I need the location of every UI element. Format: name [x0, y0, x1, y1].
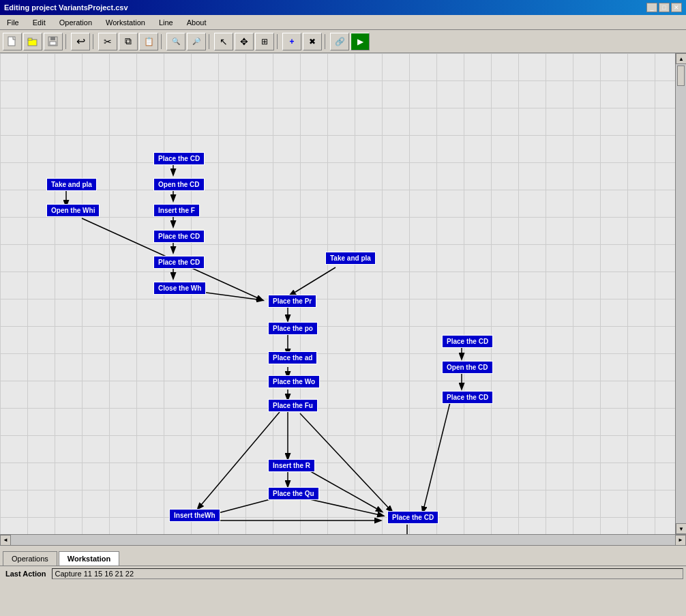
svg-rect-2	[28, 38, 32, 40]
select-button[interactable]: ↖	[214, 33, 233, 50]
node-place-cd-right-1[interactable]: Place the CD	[442, 335, 493, 348]
status-value: Capture 11 15 16 21 22	[52, 568, 684, 579]
status-label: Last Action	[3, 570, 49, 578]
node-place-pr[interactable]: Place the Pr	[268, 295, 316, 308]
scrollbar-horizontal[interactable]: ◄ ►	[0, 534, 686, 545]
move-button[interactable]: ✥	[235, 33, 254, 50]
paste-button[interactable]: 📋	[139, 33, 158, 50]
title-bar: Editing project VariantsProject.csv _ □ …	[0, 0, 686, 15]
separator-5	[277, 34, 280, 49]
cut-button[interactable]: ✂	[98, 33, 117, 50]
canvas-area[interactable]: Place the CD Open the CD Insert the F Pl…	[0, 53, 675, 534]
node-place-cd-1[interactable]: Place the CD	[153, 152, 205, 165]
menu-workstation[interactable]: Workstation	[102, 17, 149, 28]
node-insert-f[interactable]: Insert the F	[153, 204, 200, 217]
minimize-button[interactable]: _	[646, 3, 657, 12]
close-button[interactable]: ✕	[671, 3, 682, 12]
zoom-in-button[interactable]: 🔍	[166, 33, 185, 50]
separator-4	[209, 34, 211, 49]
node-open-cd-right[interactable]: Open the CD	[442, 361, 493, 374]
toolbar: ↩ ✂ ⧉ 📋 🔍 🔎 ↖ ✥ ⊞ + ✖ 🔗 ▶	[0, 30, 686, 53]
menu-about[interactable]: About	[183, 17, 211, 28]
run-button[interactable]: ▶	[351, 33, 370, 50]
save-button[interactable]	[44, 33, 63, 50]
scroll-right-button[interactable]: ►	[675, 535, 686, 546]
link-button[interactable]: 🔗	[330, 33, 349, 50]
separator-6	[325, 34, 327, 49]
status-bar: Last Action Capture 11 15 16 21 22	[0, 566, 686, 581]
scrollbar-v-thumb[interactable]	[677, 65, 685, 86]
node-close-wh[interactable]: Close the Wh	[153, 282, 206, 295]
tab-workstation[interactable]: Workstation	[59, 551, 119, 566]
node-place-qu[interactable]: Place the Qu	[268, 487, 319, 500]
node-insert-wh[interactable]: Insert theWh	[169, 509, 220, 522]
scrollbar-vertical[interactable]: ▲ ▼	[675, 53, 686, 534]
separator-3	[161, 34, 164, 49]
node-take-pla-2[interactable]: Take and pla	[325, 252, 376, 265]
node-open-whi[interactable]: Open the Whi	[46, 204, 100, 217]
node-place-cd-2[interactable]: Place the CD	[153, 230, 205, 243]
delete-node-button[interactable]: ✖	[303, 33, 322, 50]
copy-button[interactable]: ⧉	[119, 33, 138, 50]
node-place-wo[interactable]: Place the Wo	[268, 375, 320, 388]
add-node-button[interactable]: +	[282, 33, 301, 50]
title-bar-buttons: _ □ ✕	[646, 3, 682, 12]
separator-2	[93, 34, 95, 49]
tab-bar: Operations Workstation	[0, 545, 686, 566]
scrollbar-h-track[interactable]	[11, 535, 675, 545]
maximize-button[interactable]: □	[659, 3, 670, 12]
node-place-cd-right-2[interactable]: Place the CD	[442, 391, 493, 404]
scroll-down-button[interactable]: ▼	[676, 523, 686, 534]
svg-line-25	[307, 499, 383, 516]
node-place-ad[interactable]: Place the ad	[268, 351, 317, 364]
zoom-out-button[interactable]: 🔎	[187, 33, 206, 50]
separator-1	[65, 34, 68, 49]
node-insert-r[interactable]: Insert the R	[268, 459, 315, 472]
node-place-cd-3[interactable]: Place the CD	[153, 256, 205, 269]
tool5-button[interactable]: ⊞	[255, 33, 274, 50]
menu-operation[interactable]: Operation	[55, 17, 96, 28]
title-bar-text: Editing project VariantsProject.csv	[4, 3, 128, 12]
node-place-fu[interactable]: Place the Fu	[268, 399, 318, 412]
svg-line-30	[423, 402, 450, 512]
menu-bar: File Edit Operation Workstation Line Abo…	[0, 15, 686, 30]
menu-file[interactable]: File	[3, 17, 23, 28]
svg-line-15	[290, 267, 335, 295]
open-button[interactable]	[23, 33, 42, 50]
svg-rect-5	[50, 42, 56, 45]
undo-button[interactable]: ↩	[71, 33, 90, 50]
menu-line[interactable]: Line	[155, 17, 177, 28]
node-place-po[interactable]: Place the po	[268, 322, 318, 335]
arrows-svg	[0, 53, 675, 534]
scroll-left-button[interactable]: ◄	[0, 535, 11, 546]
menu-edit[interactable]: Edit	[29, 17, 50, 28]
scrollbar-v-track[interactable]	[676, 64, 686, 523]
new-button[interactable]	[3, 33, 22, 50]
node-take-pla-1[interactable]: Take and pla	[46, 178, 97, 191]
tab-operations[interactable]: Operations	[3, 551, 57, 566]
svg-line-21	[198, 412, 280, 509]
node-place-cd-bottom[interactable]: Place the CD	[387, 511, 438, 524]
svg-rect-4	[50, 37, 55, 40]
scroll-up-button[interactable]: ▲	[676, 53, 686, 64]
node-open-cd-1[interactable]: Open the CD	[153, 178, 205, 191]
